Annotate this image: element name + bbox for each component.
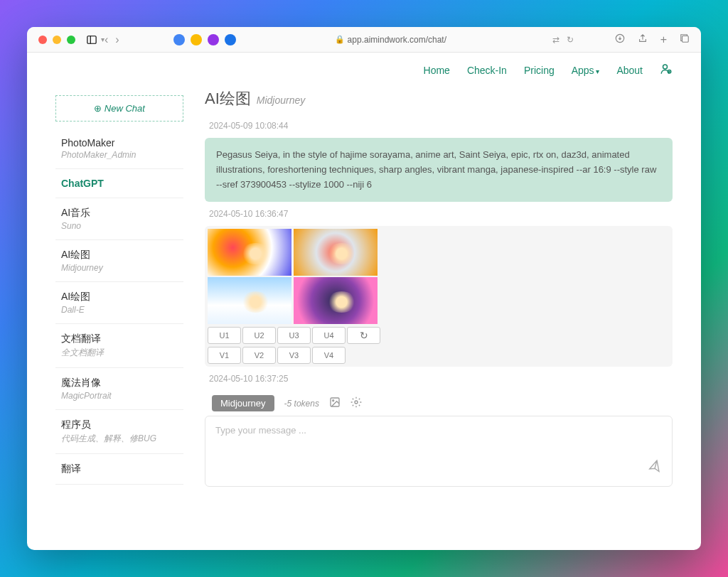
browser-window: ▾ ‹ › 🔒 app.aimindwork.com/chat/ ⇄ ↻ + bbox=[27, 27, 701, 550]
assistant-message: U1 U2 U3 U4 ↻ V1 V2 V3 V4 bbox=[205, 226, 673, 367]
extension-icon[interactable] bbox=[225, 34, 236, 45]
sidebar-item-5[interactable]: 文档翻译全文档翻译 bbox=[55, 324, 183, 368]
token-cost: -5 tokens bbox=[284, 399, 319, 409]
image-icon[interactable] bbox=[329, 397, 341, 410]
sidebar-item-subtitle: PhotoMaker_Admin bbox=[61, 150, 178, 160]
forward-button[interactable]: › bbox=[115, 33, 119, 46]
page-content: Home Check-In Pricing Apps About New Cha… bbox=[27, 53, 701, 550]
timestamp: 2024-05-10 16:37:25 bbox=[209, 374, 668, 384]
timestamp: 2024-05-10 16:36:47 bbox=[209, 209, 668, 219]
lock-icon: 🔒 bbox=[335, 35, 345, 44]
minimize-window-button[interactable] bbox=[53, 36, 61, 44]
chat-body: AI绘图 Midjourney 2024-05-09 10:08:44 Pega… bbox=[183, 88, 673, 550]
share-icon[interactable] bbox=[638, 33, 648, 46]
svg-rect-0 bbox=[87, 36, 96, 43]
chat-header: AI绘图 Midjourney bbox=[205, 88, 673, 109]
downloads-icon[interactable] bbox=[615, 33, 625, 46]
new-chat-button[interactable]: New Chat bbox=[55, 95, 183, 122]
sidebar-item-subtitle: 全文档翻译 bbox=[61, 347, 178, 359]
svg-point-4 bbox=[663, 65, 668, 69]
u4-button[interactable]: U4 bbox=[312, 327, 346, 344]
gear-icon[interactable] bbox=[350, 397, 362, 410]
translate-icon[interactable]: ⇄ bbox=[552, 35, 560, 45]
extensions bbox=[173, 34, 236, 45]
sidebar: New Chat PhotoMakerPhotoMaker_AdminChatG… bbox=[55, 88, 183, 550]
extension-icon[interactable] bbox=[208, 34, 219, 45]
v3-button[interactable]: V3 bbox=[277, 347, 311, 364]
generated-image-2[interactable] bbox=[294, 229, 378, 276]
chat-subtitle: Midjourney bbox=[257, 95, 305, 106]
sidebar-item-title: ChatGPT bbox=[61, 178, 178, 189]
url-bar[interactable]: 🔒 app.aimindwork.com/chat/ bbox=[277, 35, 504, 45]
generated-image-1[interactable] bbox=[208, 229, 291, 276]
nav-checkin[interactable]: Check-In bbox=[467, 65, 507, 76]
generated-image-grid bbox=[208, 229, 378, 324]
svg-point-7 bbox=[333, 400, 334, 401]
reload-icon[interactable]: ↻ bbox=[567, 35, 574, 45]
extension-icon[interactable] bbox=[173, 34, 185, 45]
maximize-window-button[interactable] bbox=[67, 36, 75, 44]
nav-arrows: ‹ › bbox=[105, 33, 119, 46]
sidebar-item-3[interactable]: AI绘图Midjourney bbox=[55, 240, 183, 282]
sidebar-item-subtitle: Midjourney bbox=[61, 263, 178, 273]
upscale-row: U1 U2 U3 U4 ↻ bbox=[208, 327, 670, 344]
sidebar-toggle[interactable]: ▾ bbox=[87, 35, 105, 45]
user-icon[interactable] bbox=[660, 63, 673, 78]
sidebar-item-title: 文档翻译 bbox=[61, 333, 178, 345]
nav-apps[interactable]: Apps bbox=[572, 65, 600, 76]
mode-chip[interactable]: Midjourney bbox=[212, 395, 274, 411]
sidebar-item-title: AI绘图 bbox=[61, 291, 178, 303]
timestamp: 2024-05-09 10:08:44 bbox=[209, 121, 668, 131]
svg-point-8 bbox=[355, 401, 358, 404]
nav-pricing[interactable]: Pricing bbox=[524, 65, 555, 76]
user-message: Pegasus Seiya, in the style of hajime so… bbox=[205, 138, 673, 202]
v4-button[interactable]: V4 bbox=[312, 347, 346, 364]
main-layout: New Chat PhotoMakerPhotoMaker_AdminChatG… bbox=[27, 88, 701, 550]
sidebar-item-title: AI绘图 bbox=[61, 249, 178, 261]
u1-button[interactable]: U1 bbox=[208, 327, 241, 344]
sidebar-item-4[interactable]: AI绘图Dall-E bbox=[55, 282, 183, 324]
refresh-button[interactable]: ↻ bbox=[347, 327, 380, 344]
generated-image-3[interactable] bbox=[208, 277, 291, 324]
close-window-button[interactable] bbox=[38, 36, 47, 44]
extension-icon[interactable] bbox=[191, 34, 202, 45]
chat-title: AI绘图 bbox=[205, 88, 251, 109]
back-button[interactable]: ‹ bbox=[105, 33, 108, 46]
generated-image-4[interactable] bbox=[294, 277, 378, 324]
message-input[interactable]: Type your message ... bbox=[205, 416, 673, 487]
sidebar-item-title: 魔法肖像 bbox=[61, 377, 178, 389]
traffic-lights bbox=[38, 36, 75, 44]
new-tab-icon[interactable]: + bbox=[660, 33, 667, 46]
sidebar-item-subtitle: MagicPortrait bbox=[61, 391, 178, 401]
sidebar-item-title: AI音乐 bbox=[61, 207, 178, 220]
input-toolbar: Midjourney -5 tokens bbox=[205, 391, 673, 416]
sidebar-item-subtitle: Suno bbox=[61, 221, 178, 231]
u2-button[interactable]: U2 bbox=[242, 327, 276, 344]
sidebar-item-title: PhotoMaker bbox=[61, 137, 178, 149]
sidebar-item-subtitle: Dall-E bbox=[61, 305, 178, 315]
tabs-icon[interactable] bbox=[680, 33, 690, 46]
v2-button[interactable]: V2 bbox=[242, 347, 276, 364]
sidebar-item-title: 程序员 bbox=[61, 419, 178, 431]
sidebar-item-7[interactable]: 程序员代码生成、解释、修BUG bbox=[55, 410, 183, 454]
sidebar-item-0[interactable]: PhotoMakerPhotoMaker_Admin bbox=[55, 129, 183, 169]
sidebar-item-8[interactable]: 翻译 bbox=[55, 454, 183, 485]
input-placeholder: Type your message ... bbox=[215, 425, 306, 436]
url-text: app.aimindwork.com/chat/ bbox=[348, 35, 446, 45]
svg-rect-3 bbox=[682, 36, 688, 42]
nav-home[interactable]: Home bbox=[424, 65, 450, 76]
sidebar-item-1[interactable]: ChatGPT bbox=[55, 169, 183, 198]
titlebar-right: + bbox=[615, 33, 690, 46]
send-icon[interactable] bbox=[646, 459, 665, 478]
top-nav: Home Check-In Pricing Apps About bbox=[27, 53, 701, 88]
sidebar-item-subtitle: 代码生成、解释、修BUG bbox=[61, 433, 178, 445]
url-actions: ⇄ ↻ bbox=[552, 35, 574, 45]
nav-about[interactable]: About bbox=[616, 65, 643, 76]
sidebar-item-title: 翻译 bbox=[61, 463, 178, 475]
titlebar: ▾ ‹ › 🔒 app.aimindwork.com/chat/ ⇄ ↻ + bbox=[27, 27, 701, 53]
sidebar-item-2[interactable]: AI音乐Suno bbox=[55, 198, 183, 240]
sidebar-item-6[interactable]: 魔法肖像MagicPortrait bbox=[55, 368, 183, 410]
variation-row: V1 V2 V3 V4 bbox=[208, 347, 670, 364]
v1-button[interactable]: V1 bbox=[208, 347, 241, 364]
u3-button[interactable]: U3 bbox=[277, 327, 311, 344]
